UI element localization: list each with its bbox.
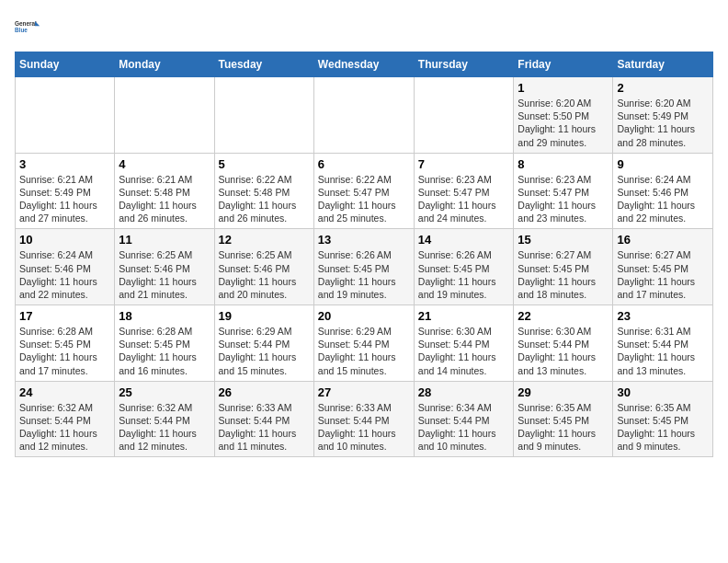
- day-header-thursday: Thursday: [414, 52, 514, 77]
- day-header-friday: Friday: [514, 52, 613, 77]
- day-cell: 5Sunrise: 6:22 AM Sunset: 5:48 PM Daylig…: [214, 153, 313, 229]
- day-cell: 29Sunrise: 6:35 AM Sunset: 5:45 PM Dayli…: [514, 381, 613, 457]
- day-header-sunday: Sunday: [16, 52, 115, 77]
- day-info: Sunrise: 6:28 AM Sunset: 5:45 PM Dayligh…: [19, 325, 110, 377]
- day-number: 7: [418, 157, 510, 171]
- day-header-monday: Monday: [115, 52, 214, 77]
- day-cell: 16Sunrise: 6:27 AM Sunset: 5:45 PM Dayli…: [613, 229, 713, 305]
- week-row-2: 3Sunrise: 6:21 AM Sunset: 5:49 PM Daylig…: [16, 153, 713, 229]
- logo-icon: GeneralBlue: [15, 15, 40, 40]
- day-info: Sunrise: 6:26 AM Sunset: 5:45 PM Dayligh…: [318, 248, 410, 301]
- day-number: 27: [318, 385, 410, 399]
- day-cell: 1Sunrise: 6:20 AM Sunset: 5:50 PM Daylig…: [514, 77, 613, 154]
- day-info: Sunrise: 6:28 AM Sunset: 5:45 PM Dayligh…: [119, 325, 210, 377]
- day-info: Sunrise: 6:24 AM Sunset: 5:46 PM Dayligh…: [617, 173, 709, 225]
- day-info: Sunrise: 6:35 AM Sunset: 5:45 PM Dayligh…: [518, 401, 609, 454]
- day-cell: [16, 77, 115, 154]
- day-number: 28: [418, 385, 510, 399]
- day-cell: 15Sunrise: 6:27 AM Sunset: 5:45 PM Dayli…: [514, 229, 613, 305]
- day-header-saturday: Saturday: [613, 52, 713, 77]
- day-info: Sunrise: 6:27 AM Sunset: 5:45 PM Dayligh…: [518, 248, 609, 301]
- day-cell: [115, 77, 214, 154]
- day-cell: 17Sunrise: 6:28 AM Sunset: 5:45 PM Dayli…: [16, 305, 115, 382]
- day-cell: 26Sunrise: 6:33 AM Sunset: 5:44 PM Dayli…: [214, 381, 313, 457]
- day-cell: 22Sunrise: 6:30 AM Sunset: 5:44 PM Dayli…: [514, 305, 613, 382]
- day-number: 3: [19, 157, 110, 171]
- day-cell: 21Sunrise: 6:30 AM Sunset: 5:44 PM Dayli…: [414, 305, 514, 382]
- day-cell: 11Sunrise: 6:25 AM Sunset: 5:46 PM Dayli…: [115, 229, 214, 305]
- day-cell: [313, 77, 414, 154]
- day-header-wednesday: Wednesday: [313, 52, 414, 77]
- day-number: 22: [518, 309, 609, 323]
- day-number: 30: [617, 385, 709, 399]
- day-number: 8: [518, 157, 609, 171]
- day-info: Sunrise: 6:20 AM Sunset: 5:50 PM Dayligh…: [518, 97, 609, 149]
- day-info: Sunrise: 6:21 AM Sunset: 5:49 PM Dayligh…: [19, 173, 110, 225]
- day-info: Sunrise: 6:25 AM Sunset: 5:46 PM Dayligh…: [219, 248, 310, 301]
- day-number: 16: [617, 233, 709, 247]
- day-info: Sunrise: 6:23 AM Sunset: 5:47 PM Dayligh…: [518, 173, 609, 225]
- day-cell: 4Sunrise: 6:21 AM Sunset: 5:48 PM Daylig…: [115, 153, 214, 229]
- day-number: 14: [418, 233, 510, 247]
- day-number: 4: [119, 157, 210, 171]
- day-info: Sunrise: 6:33 AM Sunset: 5:44 PM Dayligh…: [318, 401, 410, 454]
- day-cell: 2Sunrise: 6:20 AM Sunset: 5:49 PM Daylig…: [613, 77, 713, 154]
- day-cell: 14Sunrise: 6:26 AM Sunset: 5:45 PM Dayli…: [414, 229, 514, 305]
- day-info: Sunrise: 6:34 AM Sunset: 5:44 PM Dayligh…: [418, 401, 510, 454]
- week-row-4: 17Sunrise: 6:28 AM Sunset: 5:45 PM Dayli…: [16, 305, 713, 382]
- day-cell: 13Sunrise: 6:26 AM Sunset: 5:45 PM Dayli…: [313, 229, 414, 305]
- day-number: 23: [617, 309, 709, 323]
- day-info: Sunrise: 6:35 AM Sunset: 5:45 PM Dayligh…: [617, 401, 709, 454]
- day-number: 19: [219, 309, 310, 323]
- day-number: 9: [617, 157, 709, 171]
- day-number: 25: [119, 385, 210, 399]
- day-info: Sunrise: 6:23 AM Sunset: 5:47 PM Dayligh…: [418, 173, 510, 225]
- svg-marker-2: [35, 21, 40, 26]
- day-info: Sunrise: 6:32 AM Sunset: 5:44 PM Dayligh…: [19, 401, 110, 454]
- day-number: 10: [19, 233, 110, 247]
- day-info: Sunrise: 6:22 AM Sunset: 5:48 PM Dayligh…: [219, 173, 310, 225]
- calendar-table: SundayMondayTuesdayWednesdayThursdayFrid…: [15, 52, 713, 457]
- day-number: 26: [219, 385, 310, 399]
- day-cell: 27Sunrise: 6:33 AM Sunset: 5:44 PM Dayli…: [313, 381, 414, 457]
- day-info: Sunrise: 6:20 AM Sunset: 5:49 PM Dayligh…: [617, 97, 709, 149]
- day-number: 18: [119, 309, 210, 323]
- day-info: Sunrise: 6:30 AM Sunset: 5:44 PM Dayligh…: [518, 325, 609, 377]
- day-info: Sunrise: 6:21 AM Sunset: 5:48 PM Dayligh…: [119, 173, 210, 225]
- day-cell: 9Sunrise: 6:24 AM Sunset: 5:46 PM Daylig…: [613, 153, 713, 229]
- day-cell: 19Sunrise: 6:29 AM Sunset: 5:44 PM Dayli…: [214, 305, 313, 382]
- day-info: Sunrise: 6:26 AM Sunset: 5:45 PM Dayligh…: [418, 248, 510, 301]
- day-info: Sunrise: 6:31 AM Sunset: 5:44 PM Dayligh…: [617, 325, 709, 377]
- day-cell: 25Sunrise: 6:32 AM Sunset: 5:44 PM Dayli…: [115, 381, 214, 457]
- day-number: 2: [617, 81, 709, 95]
- day-info: Sunrise: 6:25 AM Sunset: 5:46 PM Dayligh…: [119, 248, 210, 301]
- week-row-3: 10Sunrise: 6:24 AM Sunset: 5:46 PM Dayli…: [16, 229, 713, 305]
- day-info: Sunrise: 6:27 AM Sunset: 5:45 PM Dayligh…: [617, 248, 709, 301]
- day-info: Sunrise: 6:33 AM Sunset: 5:44 PM Dayligh…: [219, 401, 310, 454]
- day-cell: 3Sunrise: 6:21 AM Sunset: 5:49 PM Daylig…: [16, 153, 115, 229]
- page-header: GeneralBlue: [15, 15, 713, 40]
- logo: GeneralBlue: [15, 15, 40, 40]
- day-cell: 28Sunrise: 6:34 AM Sunset: 5:44 PM Dayli…: [414, 381, 514, 457]
- day-info: Sunrise: 6:29 AM Sunset: 5:44 PM Dayligh…: [219, 325, 310, 377]
- day-cell: 7Sunrise: 6:23 AM Sunset: 5:47 PM Daylig…: [414, 153, 514, 229]
- day-cell: 23Sunrise: 6:31 AM Sunset: 5:44 PM Dayli…: [613, 305, 713, 382]
- day-cell: 6Sunrise: 6:22 AM Sunset: 5:47 PM Daylig…: [313, 153, 414, 229]
- week-row-1: 1Sunrise: 6:20 AM Sunset: 5:50 PM Daylig…: [16, 77, 713, 154]
- day-cell: 12Sunrise: 6:25 AM Sunset: 5:46 PM Dayli…: [214, 229, 313, 305]
- day-cell: 20Sunrise: 6:29 AM Sunset: 5:44 PM Dayli…: [313, 305, 414, 382]
- day-number: 6: [318, 157, 410, 171]
- svg-text:General: General: [15, 20, 37, 27]
- day-info: Sunrise: 6:24 AM Sunset: 5:46 PM Dayligh…: [19, 248, 110, 301]
- day-number: 20: [318, 309, 410, 323]
- day-number: 1: [518, 81, 609, 95]
- day-info: Sunrise: 6:22 AM Sunset: 5:47 PM Dayligh…: [318, 173, 410, 225]
- day-cell: 10Sunrise: 6:24 AM Sunset: 5:46 PM Dayli…: [16, 229, 115, 305]
- day-cell: 30Sunrise: 6:35 AM Sunset: 5:45 PM Dayli…: [613, 381, 713, 457]
- svg-text:Blue: Blue: [15, 27, 28, 33]
- day-info: Sunrise: 6:29 AM Sunset: 5:44 PM Dayligh…: [318, 325, 410, 377]
- calendar-header-row: SundayMondayTuesdayWednesdayThursdayFrid…: [16, 52, 713, 77]
- day-number: 17: [19, 309, 110, 323]
- day-number: 24: [19, 385, 110, 399]
- day-cell: 24Sunrise: 6:32 AM Sunset: 5:44 PM Dayli…: [16, 381, 115, 457]
